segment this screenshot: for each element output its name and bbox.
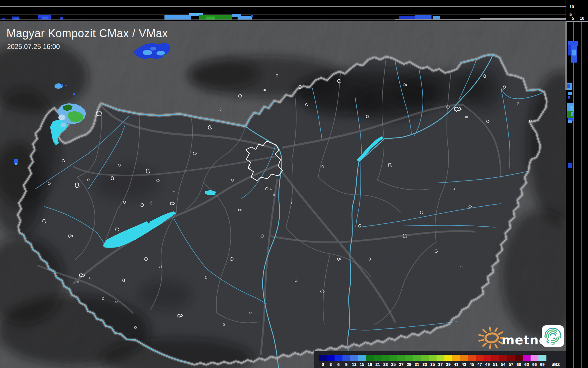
legend-color-cell	[374, 355, 382, 361]
legend-color-cell	[335, 355, 342, 361]
legend-value-label: 63	[524, 362, 529, 367]
legend-value-label: 33	[422, 362, 427, 367]
legend-color-cell	[389, 355, 397, 361]
legend-color-cell	[366, 355, 374, 361]
sun-ray	[479, 340, 483, 341]
mountain-shading	[189, 59, 259, 89]
legend-color-cell	[484, 355, 492, 361]
legend-value-label: 27	[399, 362, 404, 367]
legend-value-label: 43	[462, 362, 466, 367]
legend-value-label: 3	[330, 362, 332, 367]
top-panel-echo	[251, 15, 253, 17]
legend-value-label: 45	[470, 362, 474, 367]
legend-value-label: 29	[407, 362, 411, 367]
timestamp: 2025.07.25 16:00	[7, 43, 60, 51]
legend-value-label: 37	[438, 362, 443, 367]
legend-value-label: 0	[322, 362, 324, 367]
radar-echo	[60, 123, 66, 127]
legend-color-cell	[327, 355, 335, 361]
mountain-shading	[354, 86, 430, 121]
right-panel-echo	[568, 92, 572, 95]
metnet-wordmark: metnet	[502, 333, 554, 347]
distance-axis-label: 10	[580, 16, 584, 21]
legend-value-label: 21	[375, 362, 380, 367]
top-panel-echo	[38, 18, 41, 20]
legend-color-cell	[429, 355, 437, 361]
legend-color-cell	[358, 355, 366, 361]
legend-value-label: 66	[532, 362, 537, 367]
legend-color-cell	[476, 355, 484, 361]
legend-color-cell	[350, 355, 358, 361]
legend-unit-label: dBZ	[552, 362, 560, 367]
top-panel-echo	[238, 16, 252, 20]
distance-axis-label: 5	[572, 16, 574, 21]
legend-value-label: 41	[454, 362, 459, 367]
radar-echo	[73, 93, 75, 95]
mountain-shading	[139, 280, 192, 310]
legend-value-label: 47	[477, 362, 482, 367]
height-axis-label: 5	[569, 12, 572, 17]
right-panel-echo	[572, 50, 576, 55]
sun-ray	[479, 335, 483, 336]
legend-color-cell	[342, 355, 350, 361]
legend-value-label: 25	[391, 362, 396, 367]
radar-echo	[58, 115, 65, 120]
right-panel-echo	[568, 120, 572, 123]
legend-color-cell	[421, 355, 429, 361]
legend-color-cell	[444, 355, 452, 361]
legend-value-label: 18	[368, 362, 372, 367]
mountain-shading	[94, 165, 159, 201]
legend-color-cell	[491, 355, 499, 361]
legend-value-label: 60	[517, 362, 521, 367]
radar-echo	[65, 85, 67, 86]
legend-color-cell	[319, 355, 327, 361]
radar-app-window: 1055100369121518212325272931333537394143…	[0, 0, 588, 368]
radar-echo	[143, 50, 152, 55]
legend-color-cell	[413, 355, 421, 361]
legend-color-cell	[437, 355, 444, 361]
legend-value-label: 39	[446, 362, 451, 367]
top-panel-background	[0, 0, 566, 21]
right-panel-echo	[568, 96, 570, 99]
map-right-edge	[565, 22, 567, 90]
top-panel-echo	[60, 17, 63, 20]
top-panel-echo	[415, 15, 431, 19]
legend-color-cell	[507, 355, 515, 361]
sun-ray	[490, 345, 490, 348]
radar-echo	[150, 47, 156, 50]
corner-panel-background	[566, 0, 588, 21]
right-panel-background	[566, 21, 588, 368]
radar-map-canvas: 1055100369121518212325272931333537394143…	[0, 0, 588, 368]
sun-ray	[490, 327, 490, 331]
radar-echo	[15, 163, 17, 165]
legend-value-label: 35	[430, 362, 435, 367]
legend-color-cell	[397, 355, 405, 361]
radar-echo	[163, 54, 164, 56]
top-panel-echo	[206, 17, 215, 19]
legend-color-cell	[515, 355, 523, 361]
legend-value-label: 12	[352, 362, 357, 367]
top-panel-echo	[199, 15, 232, 20]
legend-color-cell	[405, 355, 413, 361]
right-panel-top-edge	[566, 21, 588, 22]
legend-value-label: 6	[337, 362, 340, 367]
top-panel-echo	[164, 15, 191, 20]
legend-value-label: 49	[485, 362, 490, 367]
legend-color-cell	[382, 355, 390, 361]
page-title: Magyar Kompozit CMax / VMax	[6, 27, 168, 40]
legend-value-label: 57	[509, 362, 513, 367]
legend-value-label: 15	[360, 362, 365, 367]
legend-value-label: 31	[415, 362, 419, 367]
right-panel-echo	[571, 112, 574, 116]
legend-value-label: 69	[540, 362, 545, 367]
legend-value-label: 9	[345, 362, 347, 367]
map-top-divider	[395, 19, 480, 20]
legend-color-cell	[468, 355, 476, 361]
radar-echo	[61, 84, 63, 86]
height-axis-label: 10	[569, 4, 574, 9]
legend-color-cell	[523, 355, 531, 361]
legend-value-label: 54	[501, 362, 505, 367]
legend-color-cell	[531, 355, 538, 361]
legend-color-cell	[460, 355, 468, 361]
map-top-divider	[480, 18, 566, 20]
